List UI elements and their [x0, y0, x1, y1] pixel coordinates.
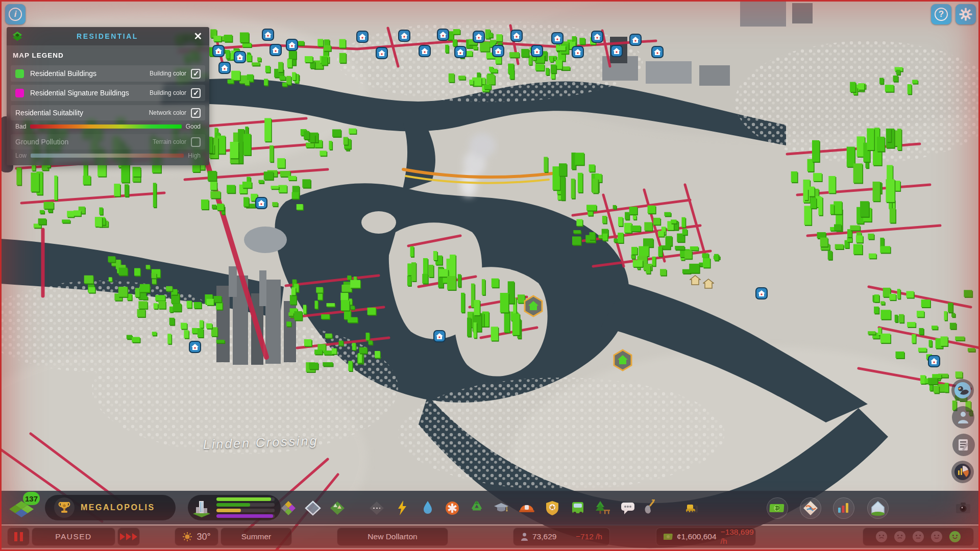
building-marker[interactable]: [234, 51, 246, 63]
building-marker[interactable]: [218, 62, 231, 74]
tool-parks-recreation[interactable]: [593, 498, 613, 518]
tool-police[interactable]: [542, 498, 562, 518]
milestone-level[interactable]: 137: [7, 494, 39, 522]
tool-communications[interactable]: [618, 498, 638, 518]
building-marker[interactable]: [492, 45, 504, 57]
scale-min-label: Bad: [15, 123, 26, 130]
electricity-icon: [394, 499, 411, 517]
building-marker[interactable]: [398, 30, 410, 42]
building-marker[interactable]: [454, 46, 467, 58]
unhappy-face-icon: [912, 531, 924, 543]
photo-mode-icon: [954, 499, 972, 517]
building-marker[interactable]: [651, 46, 664, 58]
building-marker[interactable]: [356, 31, 369, 43]
tool-transportation[interactable]: [568, 498, 588, 518]
building-marker[interactable]: [212, 45, 225, 57]
tool-water[interactable]: [418, 498, 438, 518]
sim-state[interactable]: PAUSED: [32, 528, 115, 546]
residential-zone-icon: [12, 31, 23, 42]
terraforming-icon: [644, 499, 661, 517]
settings-button[interactable]: [955, 4, 976, 24]
building-marker[interactable]: [189, 341, 201, 353]
tool-roads[interactable]: [366, 498, 387, 518]
suitability-checkbox[interactable]: [191, 108, 201, 118]
tool-photo-mode[interactable]: [953, 498, 973, 518]
fast-forward-button[interactable]: [117, 528, 140, 546]
xp-bar: [216, 497, 275, 501]
population-display[interactable]: 73,629 −712 /h: [513, 528, 610, 546]
tool-garbage[interactable]: [467, 498, 487, 518]
tool-electricity[interactable]: [392, 498, 412, 518]
building-marker[interactable]: [531, 45, 543, 57]
infoview-button[interactable]: i: [5, 4, 26, 24]
building-marker[interactable]: [376, 47, 388, 59]
money-display[interactable]: ¢1,600,604 −138,699 /h: [656, 528, 756, 546]
building-marker[interactable]: [433, 330, 446, 342]
building-marker[interactable]: [255, 197, 267, 209]
pollution-checkbox[interactable]: [191, 137, 201, 147]
signature-checkbox[interactable]: [191, 88, 201, 98]
tool-zones[interactable]: [278, 498, 299, 518]
building-marker[interactable]: [928, 355, 940, 367]
tool-transportation-overview[interactable]: [800, 498, 821, 518]
sun-icon: [182, 532, 192, 542]
tool-fire-rescue[interactable]: [517, 498, 537, 518]
building-marker[interactable]: [610, 45, 623, 57]
happiness-display[interactable]: [863, 528, 974, 546]
building-marker[interactable]: [629, 34, 642, 46]
journal-icon: [957, 438, 971, 452]
panel-title: RESIDENTIAL: [23, 32, 192, 40]
game-viewport[interactable]: { "icons": { "info": "i", "help": "?", "…: [0, 0, 980, 551]
tool-bulldozer[interactable]: [681, 498, 702, 518]
tool-education[interactable]: [491, 498, 511, 518]
household-marker[interactable]: [690, 275, 701, 285]
building-marker[interactable]: [473, 31, 485, 43]
building-marker[interactable]: [591, 31, 603, 43]
signature-building-marker[interactable]: [612, 349, 633, 371]
help-button[interactable]: ?: [931, 4, 951, 24]
building-marker[interactable]: [419, 45, 431, 57]
zones-icon: [280, 499, 297, 517]
pause-button[interactable]: [7, 528, 30, 546]
household-marker[interactable]: [703, 279, 714, 289]
city-progress-icon: [191, 497, 212, 518]
signature-building-marker[interactable]: [523, 295, 544, 317]
city-statistics-icon: [835, 499, 852, 517]
police-icon: [544, 499, 561, 517]
citizens-button[interactable]: [952, 406, 974, 429]
building-marker[interactable]: [286, 39, 298, 51]
building-marker[interactable]: [572, 46, 584, 58]
tool-landscaping[interactable]: [327, 498, 348, 518]
building-marker[interactable]: [262, 29, 274, 41]
building-marker[interactable]: [270, 44, 282, 56]
tool-districts[interactable]: [303, 498, 323, 518]
xp-progress-pill[interactable]: [188, 495, 281, 520]
close-icon[interactable]: ✕: [192, 30, 204, 42]
season-display[interactable]: Summer: [220, 528, 292, 546]
building-marker[interactable]: [510, 30, 523, 42]
help-icon: ?: [935, 8, 948, 21]
chirper-button[interactable]: [951, 379, 974, 402]
city-name[interactable]: New Dollarton: [337, 528, 448, 546]
residential-checkbox[interactable]: [191, 69, 201, 79]
tool-city-statistics[interactable]: [834, 498, 854, 518]
population-icon: [521, 533, 528, 541]
unhappy-face-icon: [875, 531, 888, 543]
city-statistics-button[interactable]: [951, 461, 974, 483]
tool-economy[interactable]: [767, 498, 788, 518]
tool-healthcare[interactable]: [442, 498, 462, 518]
economy-icon: [769, 499, 786, 517]
happy-face-icon: [949, 531, 961, 543]
building-marker[interactable]: [755, 287, 768, 299]
map-legend-heading: MAP LEGEND: [7, 45, 209, 62]
suitability-scale: Residential Suitability Network color Ba…: [11, 105, 205, 130]
tool-terraforming[interactable]: [642, 498, 663, 518]
population-value: 73,629: [532, 532, 556, 541]
milestone-pill[interactable]: MEGALOPOLIS: [45, 495, 176, 520]
temperature-display[interactable]: 30°: [175, 528, 218, 546]
building-marker[interactable]: [437, 29, 449, 41]
tool-info-views[interactable]: [868, 498, 888, 518]
money-value: ¢1,600,604: [677, 532, 717, 541]
building-marker[interactable]: [551, 32, 564, 44]
journal-button[interactable]: [952, 434, 975, 456]
